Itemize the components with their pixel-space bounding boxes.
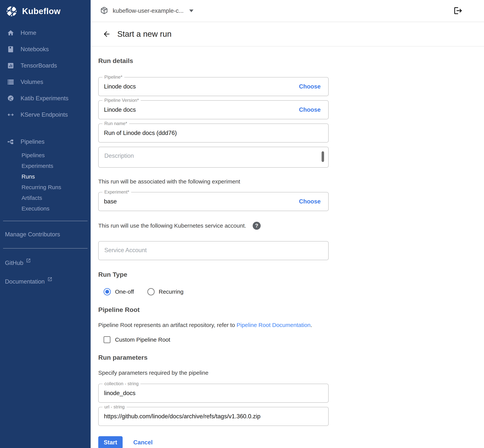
sidebar-item-home[interactable]: Home bbox=[0, 25, 91, 41]
back-button[interactable] bbox=[102, 30, 111, 38]
service-account-note: This run will use the following Kubernet… bbox=[98, 223, 246, 229]
pipeline-choose-button[interactable]: Choose bbox=[299, 83, 321, 90]
pipeline-version-field[interactable]: Pipeline Version* Linode docs Choose bbox=[98, 100, 329, 119]
logout-icon bbox=[453, 13, 463, 16]
one-off-radio[interactable] bbox=[104, 288, 111, 295]
topbar: kubeflow-user-example-c... bbox=[91, 0, 484, 22]
service-account-note-row: This run will use the following Kubernet… bbox=[98, 222, 484, 230]
pipeline-version-field-label: Pipeline Version* bbox=[102, 98, 141, 103]
url-param-value: https://github.com/linode/docs/archive/r… bbox=[104, 413, 260, 420]
run-name-field-label: Run name* bbox=[102, 121, 129, 126]
sidebar-item-manage-contributors[interactable]: Manage Contributors bbox=[0, 231, 91, 238]
katib-icon bbox=[7, 95, 15, 102]
main-area: kubeflow-user-example-c... Start a new r… bbox=[91, 0, 484, 448]
logo-text: Kubeflow bbox=[22, 7, 61, 16]
sidebar-item-pipelines[interactable]: Pipelines bbox=[0, 150, 91, 161]
custom-pipeline-root-label: Custom Pipeline Root bbox=[115, 336, 170, 343]
run-name-field-value: Run of Linode docs (ddd76) bbox=[104, 130, 177, 136]
sidebar-item-volumes[interactable]: Volumes bbox=[0, 74, 91, 90]
sidebar-nav: Home Notebooks TensorBoards Volumes bbox=[0, 25, 91, 214]
page-title: Start a new run bbox=[117, 30, 171, 39]
run-parameters-note: Specify parameters required by the pipel… bbox=[98, 370, 484, 376]
pipeline-root-doc-link[interactable]: Pipeline Root Documentation bbox=[236, 322, 311, 328]
url-param-field[interactable]: url - string https://github.com/linode/d… bbox=[98, 407, 329, 426]
sidebar-item-katib-experiments[interactable]: Katib Experiments bbox=[0, 90, 91, 107]
collection-param-value: linode_docs bbox=[104, 390, 135, 397]
experiment-field-value: base bbox=[104, 198, 117, 205]
section-run-details: Run details bbox=[98, 57, 484, 64]
run-name-field[interactable]: Run name* Run of Linode docs (ddd76) bbox=[98, 123, 329, 143]
namespace-selector[interactable]: kubeflow-user-example-c... bbox=[100, 6, 194, 16]
pipeline-field-value: Linode docs bbox=[104, 83, 136, 90]
external-link-icon bbox=[26, 260, 31, 266]
collection-param-label: collection - string bbox=[102, 381, 140, 386]
sidebar-item-artifacts[interactable]: Artifacts bbox=[0, 192, 91, 203]
experiment-field[interactable]: Experiment* base Choose bbox=[98, 192, 329, 211]
start-button[interactable]: Start bbox=[98, 436, 123, 448]
service-account-placeholder: Service Account bbox=[104, 247, 147, 254]
home-icon bbox=[7, 29, 15, 37]
storage-icon bbox=[7, 78, 15, 86]
sidebar-link-documentation[interactable]: Documentation bbox=[0, 278, 91, 285]
chevron-down-icon bbox=[189, 9, 194, 12]
arrow-back-icon bbox=[102, 30, 111, 38]
collection-param-field[interactable]: collection - string linode_docs bbox=[98, 384, 329, 403]
sidebar-item-recurring-runs[interactable]: Recurring Runs bbox=[0, 182, 91, 192]
namespace-label: kubeflow-user-example-c... bbox=[113, 8, 184, 14]
description-field[interactable]: Description bbox=[98, 147, 329, 168]
recurring-label: Recurring bbox=[159, 288, 184, 295]
kubeflow-app: Kubeflow Home Notebooks TensorBoards bbox=[0, 0, 484, 448]
sidebar-item-notebooks[interactable]: Notebooks bbox=[0, 41, 91, 57]
sidebar-item-experiments[interactable]: Experiments bbox=[0, 161, 91, 171]
service-account-field[interactable]: Service Account bbox=[98, 241, 329, 260]
pipeline-version-choose-button[interactable]: Choose bbox=[299, 106, 321, 113]
recurring-radio[interactable] bbox=[147, 288, 155, 295]
sidebar-item-executions[interactable]: Executions bbox=[0, 203, 91, 214]
resize-handle[interactable] bbox=[322, 151, 324, 162]
pipeline-field-label: Pipeline* bbox=[102, 74, 124, 80]
run-form: Run details Pipeline* Linode docs Choose… bbox=[91, 47, 484, 448]
pipelines-icon bbox=[7, 138, 15, 145]
sidebar-item-kserve-endpoints[interactable]: KServe Endpoints bbox=[0, 107, 91, 123]
sidebar-item-tensorboards[interactable]: TensorBoards bbox=[0, 57, 91, 74]
help-icon[interactable]: ? bbox=[253, 222, 261, 230]
sidebar-item-pipelines-group[interactable]: Pipelines bbox=[0, 134, 91, 150]
sidebar-divider bbox=[3, 221, 88, 221]
custom-pipeline-root-checkbox[interactable] bbox=[104, 336, 110, 343]
section-run-type: Run Type bbox=[98, 271, 484, 278]
experiment-choose-button[interactable]: Choose bbox=[299, 198, 321, 205]
section-pipeline-root: Pipeline Root bbox=[98, 306, 484, 313]
bar-chart-icon bbox=[7, 62, 15, 69]
sidebar-link-github[interactable]: GitHub bbox=[0, 260, 91, 266]
sidebar-item-runs[interactable]: Runs bbox=[0, 171, 91, 182]
kubeflow-logo-icon bbox=[5, 5, 18, 17]
experiment-field-label: Experiment* bbox=[102, 189, 131, 195]
package-cube-icon bbox=[100, 6, 109, 16]
pipeline-version-field-value: Linode docs bbox=[104, 106, 136, 113]
logout-button[interactable] bbox=[453, 6, 463, 16]
url-param-label: url - string bbox=[102, 404, 127, 409]
one-off-label: One-off bbox=[115, 288, 134, 295]
form-actions: Start Cancel bbox=[98, 436, 484, 448]
pipeline-field[interactable]: Pipeline* Linode docs Choose bbox=[98, 77, 329, 96]
section-run-parameters: Run parameters bbox=[98, 354, 484, 361]
pipelines-subnav: Pipelines Experiments Runs Recurring Run… bbox=[0, 150, 91, 214]
sidebar-divider-2 bbox=[3, 248, 88, 248]
sidebar: Kubeflow Home Notebooks TensorBoards bbox=[0, 0, 91, 448]
kubeflow-logo: Kubeflow bbox=[0, 0, 91, 17]
external-link-icon bbox=[48, 278, 52, 285]
custom-pipeline-root-row: Custom Pipeline Root bbox=[104, 336, 484, 343]
page-header: Start a new run bbox=[91, 22, 484, 47]
pipeline-root-note: Pipeline Root represents an artifact rep… bbox=[98, 322, 484, 328]
experiment-note: This run will be associated with the fol… bbox=[98, 178, 484, 185]
arrows-icon bbox=[7, 111, 15, 118]
run-type-options: One-off Recurring bbox=[104, 288, 484, 295]
notebook-icon bbox=[7, 46, 15, 53]
cancel-button[interactable]: Cancel bbox=[133, 439, 153, 446]
description-placeholder: Description bbox=[104, 152, 134, 159]
